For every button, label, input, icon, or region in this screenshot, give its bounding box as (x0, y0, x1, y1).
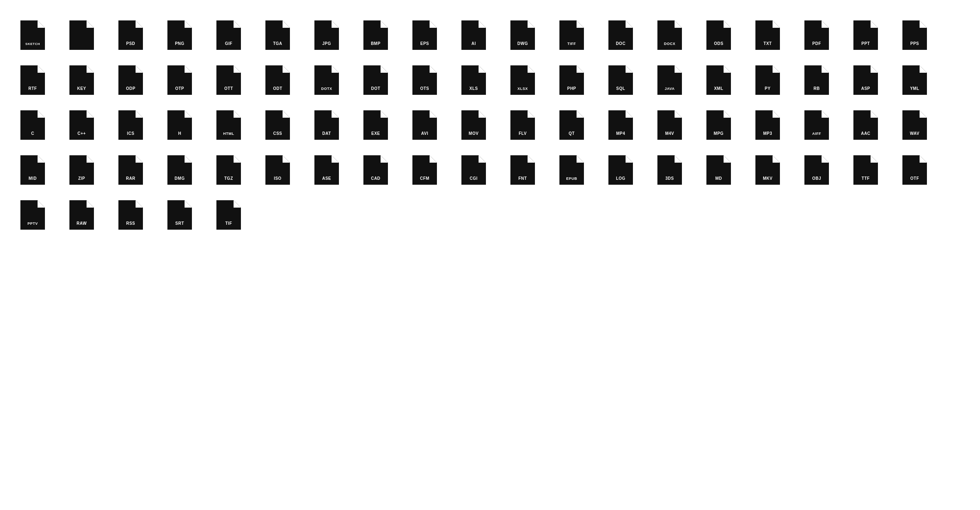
file-icon-EXE[interactable]: EXE (351, 98, 400, 143)
file-icon-QT[interactable]: QT (547, 98, 596, 143)
file-icon-SQL[interactable]: SQL (596, 53, 645, 98)
file-icon-PSD[interactable]: PSD (106, 8, 155, 53)
file-icon-C[interactable]: C (8, 98, 57, 143)
file-icon-ODP[interactable]: ODP (106, 53, 155, 98)
file-icon-SKETCH[interactable]: SKETCH (8, 8, 57, 53)
file-icon-PPTV[interactable]: PPTV (8, 188, 57, 233)
file-icon-ODT[interactable]: ODT (253, 53, 302, 98)
file-icon-MP4[interactable]: MP4 (596, 98, 645, 143)
file-icon-DOC[interactable]: DOC (596, 8, 645, 53)
file-icon-GIF[interactable]: GIF (204, 8, 253, 53)
file-icon-DOTX[interactable]: DOTX (302, 53, 351, 98)
file-icon-PDF[interactable]: PDF (792, 8, 841, 53)
file-icon-XLS[interactable]: XLS (449, 53, 498, 98)
svg-rect-247 (559, 138, 584, 139)
file-icon-RB[interactable]: RB (792, 53, 841, 98)
file-icon-YML[interactable]: YML (890, 53, 939, 98)
file-icon-XML[interactable]: XML (694, 53, 743, 98)
file-icon-TTF[interactable]: TTF (841, 143, 890, 188)
svg-rect-37 (363, 48, 388, 49)
file-icon-DAT[interactable]: DAT (302, 98, 351, 143)
file-icon-AAC[interactable]: AAC (841, 98, 890, 143)
file-icon-RAR[interactable]: RAR (106, 143, 155, 188)
file-icon-EPUB[interactable]: EPUB (547, 143, 596, 188)
file-icon-AVI[interactable]: AVI (400, 98, 449, 143)
svg-marker-144 (528, 65, 535, 73)
file-icon-FNT[interactable]: FNT (498, 143, 547, 188)
file-icon-DMG[interactable]: DMG (155, 143, 204, 188)
file-icon-OTS[interactable]: OTS (400, 53, 449, 98)
svg-text:OBJ: OBJ (812, 176, 821, 181)
file-icon-ODS[interactable]: ODS (694, 8, 743, 53)
file-icon-CGI[interactable]: CGI (449, 143, 498, 188)
file-icon-XLSX[interactable]: XLSX (498, 53, 547, 98)
file-icon-M4V[interactable]: M4V (645, 98, 694, 143)
file-icon-MOV[interactable]: MOV (449, 98, 498, 143)
file-icon-PHP[interactable]: PHP (547, 53, 596, 98)
file-icon-DWG[interactable]: DWG (498, 8, 547, 53)
svg-text:JAVA: JAVA (665, 87, 675, 91)
svg-rect-262 (706, 138, 731, 139)
svg-marker-134 (430, 65, 437, 73)
file-icon-C++[interactable]: C++ (57, 98, 106, 143)
file-icon-MKV[interactable]: MKV (743, 143, 792, 188)
svg-marker-109 (185, 65, 192, 73)
file-icon-PPS[interactable]: PPS (890, 8, 939, 53)
svg-marker-314 (332, 155, 339, 163)
file-icon-TXT[interactable]: TXT (743, 8, 792, 53)
file-icon-H[interactable]: H (155, 98, 204, 143)
svg-rect-157 (608, 93, 633, 94)
file-icon-PPT[interactable]: PPT (841, 8, 890, 53)
file-icon-ZIP[interactable]: ZIP (57, 143, 106, 188)
svg-text:CGI: CGI (470, 176, 477, 181)
file-icon-RAW[interactable]: RAW (57, 188, 106, 233)
file-icon-PNG[interactable]: PNG (155, 8, 204, 53)
file-icon-CAD[interactable]: CAD (351, 143, 400, 188)
file-icon-DOT[interactable]: DOT (351, 53, 400, 98)
file-icon-TIF[interactable]: TIF (204, 188, 253, 233)
file-icon-JPG[interactable]: JPG (302, 8, 351, 53)
file-icon-HTML[interactable]: HTML (204, 98, 253, 143)
file-icon-MP3[interactable]: MP3 (743, 98, 792, 143)
file-icon-MD[interactable]: MD (694, 143, 743, 188)
file-icon-blank[interactable] (57, 8, 106, 53)
file-icon-CFM[interactable]: CFM (400, 143, 449, 188)
svg-marker-219 (332, 110, 339, 118)
file-icon-ASP[interactable]: ASP (841, 53, 890, 98)
file-icon-MID[interactable]: MID (8, 143, 57, 188)
file-icon-KEY[interactable]: KEY (57, 53, 106, 98)
svg-marker-304 (234, 155, 241, 163)
file-icon-ASE[interactable]: ASE (302, 143, 351, 188)
file-icon-RSS[interactable]: RSS (106, 188, 155, 233)
file-icon-DOCX[interactable]: DOCX (645, 8, 694, 53)
file-icon-TGZ[interactable]: TGZ (204, 143, 253, 188)
svg-rect-397 (167, 228, 192, 229)
file-icon-OTT[interactable]: OTT (204, 53, 253, 98)
svg-rect-72 (706, 48, 731, 49)
file-icon-TIFF[interactable]: TIFF (547, 8, 596, 53)
file-icon-FLV[interactable]: FLV (498, 98, 547, 143)
file-icon-TGA[interactable]: TGA (253, 8, 302, 53)
file-icon-BMP[interactable]: BMP (351, 8, 400, 53)
file-icon-MPG[interactable]: MPG (694, 98, 743, 143)
file-icon-OTP[interactable]: OTP (155, 53, 204, 98)
file-icon-LOG[interactable]: LOG (596, 143, 645, 188)
file-icon-CSS[interactable]: CSS (253, 98, 302, 143)
file-icon-RTF[interactable]: RTF (8, 53, 57, 98)
file-icon-ISO[interactable]: ISO (253, 143, 302, 188)
svg-rect-277 (853, 138, 878, 139)
file-icon-AI[interactable]: AI (449, 8, 498, 53)
file-icon-PY[interactable]: PY (743, 53, 792, 98)
file-icon-WAV[interactable]: WAV (890, 98, 939, 143)
svg-marker-344 (626, 155, 633, 163)
svg-text:MP3: MP3 (763, 131, 772, 136)
file-icon-JAVA[interactable]: JAVA (645, 53, 694, 98)
svg-rect-207 (167, 138, 192, 139)
file-icon-OTF[interactable]: OTF (890, 143, 939, 188)
file-icon-EPS[interactable]: EPS (400, 8, 449, 53)
file-icon-AIFF[interactable]: AIFF (792, 98, 841, 143)
file-icon-ICS[interactable]: ICS (106, 98, 155, 143)
file-icon-OBJ[interactable]: OBJ (792, 143, 841, 188)
file-icon-SRT[interactable]: SRT (155, 188, 204, 233)
file-icon-3DS[interactable]: 3DS (645, 143, 694, 188)
